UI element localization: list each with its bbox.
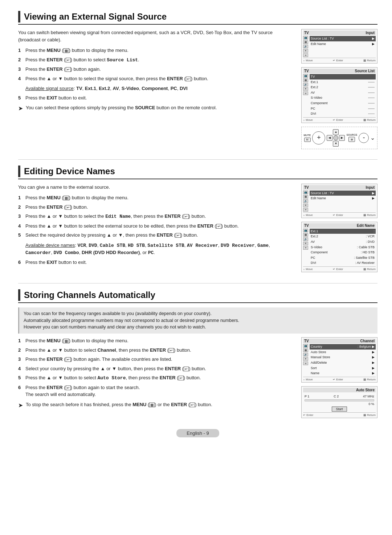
section-viewing-title: Viewing an External Signal Source: [24, 12, 167, 22]
tv-icon4: ✕: [303, 242, 308, 245]
remote-right-button[interactable]: ▶: [339, 135, 345, 141]
page-container: Viewing an External Signal Source You ca…: [18, 11, 377, 437]
remote-center-button[interactable]: [333, 135, 338, 140]
storing-info-box: You can scan for the frequency ranges av…: [18, 307, 377, 334]
viewing-screen-2: TV Source List 📺 ▦ 🔊 ✕ ≡ TV: [301, 67, 377, 123]
editing-intro: You can give a name to the external sour…: [18, 184, 295, 191]
section-editing: Editing Device Names You can give a name…: [18, 166, 377, 273]
storing-note: ➤ To stop the search before it has finis…: [18, 401, 295, 410]
tv-icon3: 🔊: [303, 45, 308, 48]
editing-available: Available device names: VCR, DVD, Cable …: [25, 242, 295, 257]
viewing-note: ➤ You can select these options simply by…: [18, 104, 295, 113]
tv-icon5: ≡: [303, 362, 308, 365]
page-number: 9: [206, 430, 209, 436]
tv-icon4: ✕: [303, 357, 308, 361]
remote-up-button[interactable]: ▲: [333, 129, 339, 135]
storing-step-6: 6 Press the ENTER (↵) button again to st…: [18, 384, 295, 398]
editing-screen-2: TV Edit Name 📺 ▦ 🔊 ✕ ≡ Ext.1:: [301, 222, 377, 272]
section-storing-header: Storing Channels Automatically: [18, 289, 377, 303]
viewing-step-3: 3 Press the ENTER (↵) button again.: [18, 66, 295, 73]
section-editing-text: You can give a name to the external sour…: [18, 184, 295, 273]
section-storing-text: 1 Press the MENU (▦) button to display t…: [18, 337, 295, 419]
auto-store-start-button[interactable]: Start: [332, 407, 347, 412]
remote-plus-button[interactable]: +: [312, 131, 325, 144]
storing-steps: 1 Press the MENU (▦) button to display t…: [18, 337, 295, 398]
editing-steps: 1 Press the MENU (▦) button to display t…: [18, 194, 295, 239]
viewing-screens: TV Input 📺 ▦ 🔊 ✕ ≡ Sourc: [301, 29, 377, 149]
editing-step-5: 5 Select the required device by pressing…: [18, 232, 295, 239]
remote-control-mockup: MUTE M + ▲ ◀ ▶: [301, 127, 377, 149]
tv-icon5: ≡: [303, 208, 308, 212]
tv-icon3: 🔊: [303, 353, 308, 356]
viewing-step-1: 1 Press the MENU (▦) button to display t…: [18, 47, 295, 54]
section-bar-2: [18, 166, 20, 177]
tv-icon2: ▦: [303, 233, 308, 237]
viewing-screen-1: TV Input 📺 ▦ 🔊 ✕ ≡ Sourc: [301, 29, 377, 64]
tv-icon2: ▦: [303, 40, 308, 44]
tv-icon2: ▦: [303, 195, 308, 199]
tv-icon: 📺: [303, 36, 308, 40]
storing-step-3: 3 Press the ENTER (↵) button again. The …: [18, 356, 295, 363]
editing-screens: TV Input 📺 ▦ 🔊 ✕ ≡ Sourc: [301, 184, 377, 273]
tv-icon: 📺: [303, 229, 308, 232]
tv-icon3: 🔊: [303, 199, 308, 203]
mute-button[interactable]: M: [304, 138, 311, 142]
remote-down-icon: ⌄: [370, 134, 375, 141]
language-label: English: [187, 430, 202, 436]
editing-step-1: 1 Press the MENU (▦) button to display t…: [18, 194, 295, 201]
section-editing-title: Editing Device Names: [24, 166, 115, 176]
section-storing-body: 1 Press the MENU (▦) button to display t…: [18, 337, 377, 419]
storing-step-4: 4 Select your country by pressing the ▲ …: [18, 365, 295, 372]
tv-icon: 📺: [303, 74, 308, 78]
section-viewing: Viewing an External Signal Source You ca…: [18, 11, 377, 149]
tv-icon: 📺: [303, 344, 308, 348]
storing-mhz: 47 MHz: [363, 395, 374, 398]
editing-step6-list: 6 Press the EXIT button to exit.: [18, 259, 295, 266]
viewing-step-4: 4 Press the ▲ or ▼ button to select the …: [18, 75, 295, 82]
storing-c2: C 2: [334, 395, 339, 398]
remote-minus-button[interactable]: -: [359, 133, 369, 143]
viewing-step5-list: 5 Press the EXIT button to exit.: [18, 94, 295, 102]
storing-screen-2: Auto Store P 1 C 2 47 MHz 0 %: [301, 386, 377, 418]
editing-step-3: 3 Press the ▲ or ▼ button to select the …: [18, 213, 295, 220]
page-footer: English - 9: [18, 429, 377, 437]
section-editing-header: Editing Device Names: [18, 166, 377, 179]
divider-1: [18, 159, 377, 160]
section-bar: [18, 11, 20, 23]
tv-icon5: ≡: [303, 53, 308, 57]
section-editing-body: You can give a name to the external sour…: [18, 184, 377, 273]
section-viewing-text: You can switch between viewing signal fr…: [18, 29, 295, 149]
section-viewing-header: Viewing an External Signal Source: [18, 11, 377, 25]
tv-icon5: ≡: [303, 91, 308, 95]
tv-icon2: ▦: [303, 348, 308, 352]
storing-step-1: 1 Press the MENU (▦) button to display t…: [18, 337, 295, 344]
language-page-badge: English - 9: [176, 429, 219, 437]
remote-left-button[interactable]: ◀: [327, 135, 332, 141]
editing-step-6: 6 Press the EXIT button to exit.: [18, 259, 295, 266]
storing-screen-1: TV Channel 📺 ▦ 🔊 ✕ ≡ Country: Belgium ▶: [301, 337, 377, 383]
storing-percent: 0 %: [305, 402, 374, 406]
tv-icon3: 🔊: [303, 83, 308, 86]
viewing-available: Available signal source: TV, Ext.1, Ext.…: [25, 85, 295, 92]
tv-icon5: ≡: [303, 246, 308, 250]
storing-step-6b: The search will end automatically.: [25, 392, 96, 397]
tv-icon4: ✕: [303, 87, 308, 91]
viewing-step-5: 5 Press the EXIT button to exit.: [18, 94, 295, 102]
storing-step-2: 2 Press the ▲ or ▼ button to select Chan…: [18, 347, 295, 354]
storing-screens: TV Channel 📺 ▦ 🔊 ✕ ≡ Country: Belgium ▶: [301, 337, 377, 419]
storing-progress-bar: [305, 399, 374, 401]
editing-step-2: 2 Press the ENTER (↵) button.: [18, 204, 295, 211]
tv-icon: 📺: [303, 191, 308, 194]
tv-icon3: 🔊: [303, 237, 308, 241]
section-storing: Storing Channels Automatically You can s…: [18, 289, 377, 419]
editing-step-4: 4 Press the ▲ or ▼ button to select the …: [18, 222, 295, 230]
remote-down-button[interactable]: ▼: [333, 141, 339, 147]
tv-icon2: ▦: [303, 78, 308, 82]
storing-info-line-1: You can scan for the frequency ranges av…: [24, 311, 212, 316]
section-viewing-body: You can switch between viewing signal fr…: [18, 29, 377, 149]
viewing-step-2: 2 Press the ENTER (↵) button to select S…: [18, 56, 295, 64]
storing-p1: P 1: [305, 395, 309, 398]
source-button[interactable]: ⊕: [348, 137, 355, 142]
section-storing-title: Storing Channels Automatically: [24, 290, 155, 300]
section-bar-3: [18, 289, 20, 301]
